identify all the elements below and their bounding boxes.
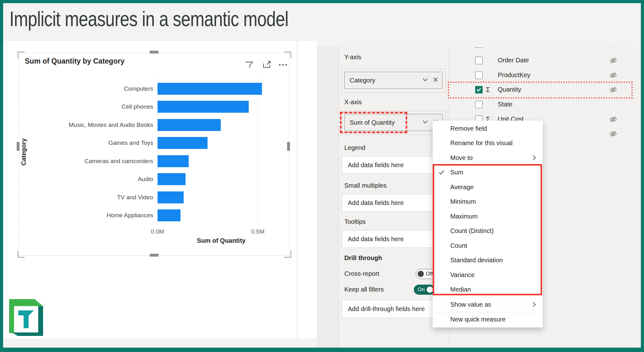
eye-off-icon[interactable] [609, 130, 617, 138]
chevron-right-icon [531, 155, 537, 161]
field-checkbox[interactable] [475, 57, 483, 64]
category-label-audio: Audio [25, 176, 158, 183]
bar-area [158, 188, 285, 207]
field-checkbox[interactable] [475, 71, 483, 79]
bar-music-movies-and-audio-books[interactable] [158, 119, 221, 131]
tooltips-label: Tooltips [344, 218, 366, 225]
resize-handle-left[interactable] [17, 142, 19, 151]
legend-label: Legend [344, 144, 365, 151]
selection-corner-br[interactable] [284, 251, 291, 258]
x-tick-label: 0.5M [251, 228, 264, 235]
menu-item-remove-field[interactable]: Remove field [433, 121, 543, 136]
bar-cameras-and-camcorders[interactable] [158, 155, 189, 167]
selection-corner-bl[interactable] [18, 251, 25, 258]
category-label-home-appliances: Home Appliances [25, 212, 158, 219]
keep-all-filters-toggle[interactable]: On [414, 285, 435, 295]
chevron-down-icon[interactable] [422, 77, 428, 84]
menu-item-rename-for-this-visual[interactable]: Rename for this visual [433, 136, 543, 151]
field-checkbox[interactable] [475, 47, 483, 48]
remove-field-x-icon[interactable] [433, 77, 438, 84]
selection-corner-tl[interactable] [18, 52, 25, 59]
menu-item-label: New quick measure [450, 316, 506, 323]
field-name: Order Date [498, 57, 529, 64]
category-label-tv-and-video: TV and Video [25, 194, 158, 201]
chevron-right-icon [531, 302, 537, 307]
category-label-games-and-toys: Games and Toys [25, 139, 158, 146]
menu-item-move-to[interactable]: Move to [433, 150, 543, 165]
bar-computers[interactable] [158, 83, 262, 95]
drill-through-well[interactable]: Add drill-through fields here [342, 300, 446, 318]
y-axis-field-pill[interactable]: Category [344, 72, 442, 89]
chart-row: Games and Toys [25, 134, 285, 152]
field-row-productkey[interactable]: ProductKey [449, 68, 641, 83]
field-row-order-date[interactable]: Order Date [449, 53, 641, 68]
field-row-net-price[interactable]: ΣNet Price [449, 47, 641, 52]
eye-off-icon[interactable] [609, 71, 617, 79]
field-row-state[interactable]: State [449, 97, 641, 112]
menu-item-label: Show value as [450, 301, 491, 308]
menu-item-label: Remove field [450, 125, 487, 132]
annotation-red-solid-box [433, 164, 542, 295]
field-name: State [498, 101, 513, 108]
visual-title: Sum of Quantity by Category [25, 57, 125, 65]
more-options-icon[interactable] [278, 60, 288, 70]
pane-gap [317, 47, 339, 348]
chart-row: Cell phones [25, 98, 285, 116]
resize-handle-top[interactable] [150, 51, 158, 54]
category-label-computers: Computers [25, 85, 158, 92]
keep-all-filters-label: Keep all filters [344, 286, 384, 293]
filter-icon[interactable] [244, 60, 254, 70]
bar-area [158, 98, 285, 116]
focus-mode-icon[interactable] [261, 60, 272, 70]
legend-well[interactable]: Add data fields here [342, 156, 446, 174]
bar-tv-and-video[interactable] [158, 191, 184, 203]
x-axis-label: X-axis [344, 99, 362, 106]
eye-off-icon[interactable] [609, 56, 617, 65]
menu-item-show-value-as[interactable]: Show value as [433, 297, 543, 312]
field-checkbox[interactable] [475, 101, 483, 108]
canvas-divider [297, 41, 297, 338]
bar-area [158, 134, 285, 152]
x-tick-label: 0.0M [151, 228, 164, 235]
eye-off-icon[interactable] [609, 115, 617, 123]
bar-games-and-toys[interactable] [158, 137, 208, 149]
chart-plot-area: ComputersCell phonesMusic, Movies and Au… [25, 80, 285, 224]
toggle-state-label: Off [426, 271, 433, 277]
bar-cell-phones[interactable] [158, 101, 249, 113]
selection-corner-tr[interactable] [284, 52, 291, 59]
toggle-knob [418, 271, 424, 277]
small-multiples-well[interactable]: Add data fields here [342, 194, 446, 212]
page-title: Implicit measures in a semantic model [9, 7, 288, 31]
menu-item-new-quick-measure[interactable]: New quick measure [433, 312, 543, 327]
annotation-red-dashed-box [340, 112, 407, 133]
y-axis-title: Category [20, 105, 27, 199]
field-name: Net Price [498, 47, 524, 48]
tooltips-well[interactable]: Add data fields here [342, 230, 446, 248]
bar-area [158, 80, 285, 98]
toggle-state-label: On [418, 287, 425, 293]
category-label-cell-phones: Cell phones [25, 103, 158, 110]
chevron-down-icon[interactable] [422, 119, 428, 127]
resize-handle-bottom[interactable] [150, 254, 158, 257]
bar-area [158, 152, 285, 170]
category-label-cameras-and-camcorders: Cameras and camcorders [25, 158, 158, 165]
bar-area [158, 116, 285, 134]
bar-home-appliances[interactable] [158, 209, 180, 221]
bar-audio[interactable] [158, 173, 186, 185]
eye-off-icon[interactable] [609, 47, 617, 48]
menu-item-label: Rename for this visual [450, 139, 513, 147]
cross-report-label: Cross-report [344, 270, 379, 277]
chart-row: Computers [25, 80, 285, 98]
annotation-red-dotted-box [448, 82, 633, 99]
chart-row: Cameras and camcorders [25, 152, 285, 170]
drill-through-label: Drill through [344, 254, 382, 262]
chart-row: Home Appliances [25, 207, 285, 225]
sigma-icon: Σ [486, 47, 490, 48]
toggle-knob [427, 287, 433, 293]
bar-area [158, 207, 285, 225]
resize-handle-right[interactable] [287, 142, 290, 151]
screenshot-frame: Implicit measures in a semantic model ΣN… [0, 0, 644, 352]
y-axis-field-name: Category [350, 77, 375, 84]
bar-chart-visual[interactable]: Sum of Quantity by Category ComputersCel… [19, 53, 289, 256]
chart-row: Audio [25, 170, 285, 189]
